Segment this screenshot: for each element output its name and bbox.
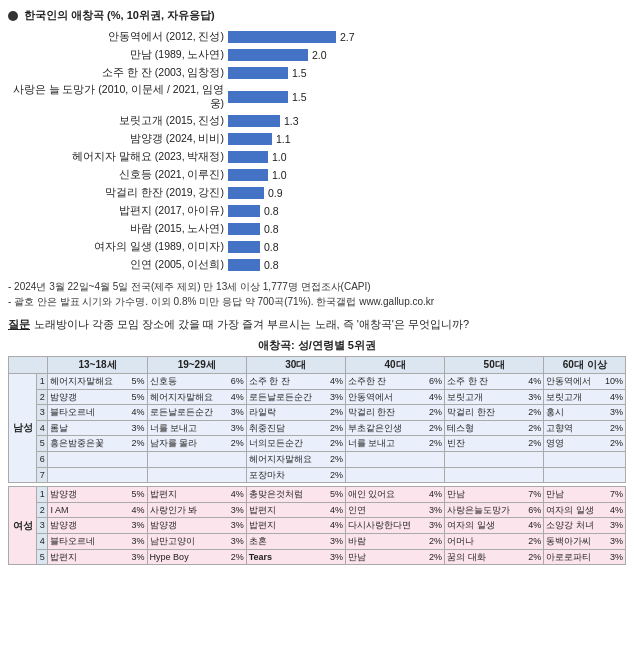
cell-item: 여자의 일생4% xyxy=(447,519,541,532)
cell-item: 테스형2% xyxy=(447,422,541,435)
rank-cell: 5 xyxy=(37,436,48,452)
rank-cell: 3 xyxy=(37,405,48,421)
cell-item: 헤어지자말해요2% xyxy=(249,453,343,466)
chart-bar-value: 2.0 xyxy=(312,49,327,61)
song-name: 영영 xyxy=(546,437,603,450)
cell-item: 소양강 처녀3% xyxy=(546,519,623,532)
table-cell: 밥편지4% xyxy=(246,502,345,518)
cell-item: 사랑인가 봐3% xyxy=(150,504,244,517)
cell-item: 블타오르네3% xyxy=(50,535,144,548)
song-name: 보릿고개 xyxy=(447,391,521,404)
song-pct: 2% xyxy=(422,406,442,419)
song-name: 애인 있어요 xyxy=(348,488,422,501)
cell-item: 밤양갱3% xyxy=(50,519,144,532)
song-pct: 4% xyxy=(521,519,541,532)
table-cell: 소양강 처녀3% xyxy=(544,518,626,534)
table-row: 5흥은밤중은꽃2%남자를 몰라2%너의모든순간2%너를 보내고2%빈잔2%영영2… xyxy=(9,436,626,452)
song-pct: 4% xyxy=(521,375,541,388)
cell-item: 빈잔2% xyxy=(447,437,541,450)
song-pct: 3% xyxy=(125,519,145,532)
table-cell: 헤어지자말해요4% xyxy=(147,389,246,405)
song-name: 밥편지 xyxy=(249,519,323,532)
song-name: 블타오르네 xyxy=(50,535,124,548)
chart-bar-value: 0.8 xyxy=(264,241,279,253)
cell-item: 고향역2% xyxy=(546,422,623,435)
song-name: 부초같은인생 xyxy=(348,422,422,435)
cell-item: 다시사랑한다면3% xyxy=(348,519,442,532)
song-name: 밤양갱 xyxy=(50,488,124,501)
song-pct: 4% xyxy=(323,504,343,517)
song-name: 홍시 xyxy=(546,406,603,419)
song-name: 동백아가씨 xyxy=(546,535,603,548)
cell-item: 인연3% xyxy=(348,504,442,517)
song-pct: 3% xyxy=(125,422,145,435)
song-pct: 3% xyxy=(521,391,541,404)
rank-cell: 4 xyxy=(37,533,48,549)
table-cell: 바람2% xyxy=(345,533,444,549)
table-cell: 막걸리 한잔2% xyxy=(345,405,444,421)
cell-item: 로든날로든순간3% xyxy=(249,391,343,404)
cell-item: 초혼3% xyxy=(249,535,343,548)
song-pct: 4% xyxy=(603,391,623,404)
chart-row-label: 소주 한 잔 (2003, 임창정) xyxy=(8,66,228,80)
song-pct: 2% xyxy=(323,406,343,419)
cell-item: 여자의 일생4% xyxy=(546,504,623,517)
song-name: 헤어지자말해요 xyxy=(150,391,224,404)
table-cell: 안동역에서10% xyxy=(544,374,626,390)
song-name: 바람 xyxy=(348,535,422,548)
table-cell: 빈잔2% xyxy=(445,436,544,452)
chart-bar-container: 1.0 xyxy=(228,169,287,181)
chart-row: 사랑은 늘 도망가 (2010, 이문세 / 2021, 임영웅)1.5 xyxy=(8,83,626,111)
song-pct: 2% xyxy=(323,422,343,435)
table-cell: 보릿고개3% xyxy=(445,389,544,405)
cell-item: 안동역에서4% xyxy=(348,391,442,404)
song-name: I AM xyxy=(50,504,124,517)
table-cell: 소주 한 잔4% xyxy=(246,374,345,390)
song-name: 만남 xyxy=(546,488,603,501)
chart-bar-fill xyxy=(228,205,260,217)
table-cell: 아로로파티3% xyxy=(544,549,626,565)
chart-bar-fill xyxy=(228,169,268,181)
cell-item: 로든날로든순간3% xyxy=(150,406,244,419)
song-name: 남자를 몰라 xyxy=(150,437,224,450)
table-cell: 고향역2% xyxy=(544,420,626,436)
chart-bar-fill xyxy=(228,187,264,199)
song-name: 인연 xyxy=(348,504,422,517)
chart-row-label: 밥편지 (2017, 아이유) xyxy=(8,204,228,218)
table-cell: 여자의 일생4% xyxy=(445,518,544,534)
song-name: 테스형 xyxy=(447,422,521,435)
table-cell: 밤양갱3% xyxy=(48,518,147,534)
table-cell xyxy=(544,467,626,483)
chart-bar-fill xyxy=(228,49,308,61)
chart-row-label: 만남 (1989, 노사연) xyxy=(8,48,228,62)
chart-bar-container: 1.3 xyxy=(228,115,299,127)
cell-item: 너를 보내고3% xyxy=(150,422,244,435)
song-name: 소주 한 잔 xyxy=(447,375,521,388)
note-line: - 괄호 안은 발표 시기와 가수명. 이외 0.8% 미만 응답 약 700곡… xyxy=(8,294,626,309)
song-name: 롬날 xyxy=(50,422,124,435)
table-cell: 헤어지자말해요2% xyxy=(246,451,345,467)
song-name: 빈잔 xyxy=(447,437,521,450)
song-pct: 10% xyxy=(603,375,623,388)
chart-bar-fill xyxy=(228,31,336,43)
song-name: 로든날로든순간 xyxy=(249,391,323,404)
chart-row-label: 헤어지자 말해요 (2023, 박재정) xyxy=(8,150,228,164)
song-pct: 2% xyxy=(323,469,343,482)
table-cell: Tears3% xyxy=(246,549,345,565)
cell-item: I AM4% xyxy=(50,504,144,517)
cell-item: 흥은밤중은꽃2% xyxy=(50,437,144,450)
song-name: 흥은밤중은꽃 xyxy=(50,437,124,450)
chart-bar-container: 0.8 xyxy=(228,259,279,271)
chart-title-row: 한국인의 애창곡 (%, 10위권, 자유응답) xyxy=(8,8,626,23)
chart-row: 소주 한 잔 (2003, 임창정)1.5 xyxy=(8,65,626,81)
chart-bar-fill xyxy=(228,133,272,145)
song-pct: 5% xyxy=(125,375,145,388)
cell-item: 막걸리 한잔2% xyxy=(447,406,541,419)
col-50: 50대 xyxy=(445,357,544,374)
table-cell: 밥편지3% xyxy=(48,549,147,565)
question-row: 질문 노래방이나 각종 모임 장소에 갔을 때 가장 즐겨 부르시는 노래, 즉… xyxy=(8,317,626,332)
cell-item: 소주 한 잔4% xyxy=(447,375,541,388)
song-pct: 5% xyxy=(125,391,145,404)
table-cell: I AM4% xyxy=(48,502,147,518)
table-cell xyxy=(445,451,544,467)
